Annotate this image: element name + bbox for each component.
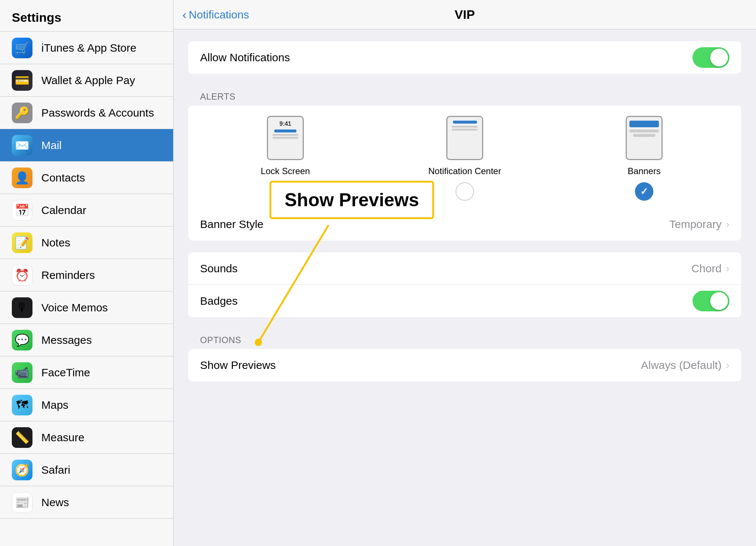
- banners-device-icon: [626, 116, 663, 160]
- contacts-icon: 👤: [12, 167, 32, 188]
- reminders-icon: ⏰: [12, 265, 32, 286]
- wallet-icon: 💳: [12, 70, 32, 91]
- sidebar-item-label-news: News: [41, 496, 69, 509]
- alert-notifcenter: Notification Center: [428, 116, 502, 201]
- sidebar-item-label-contacts: Contacts: [41, 172, 85, 184]
- maps-icon: 🗺: [12, 395, 32, 415]
- alerts-section-header: ALERTS: [188, 86, 741, 106]
- sidebar-item-label-voicememos: Voice Memos: [41, 301, 108, 314]
- passwords-icon: 🔑: [12, 103, 32, 123]
- facetime-icon: 📹: [12, 362, 32, 383]
- sidebar-item-label-safari: Safari: [41, 464, 70, 476]
- nav-back-label[interactable]: Notifications: [189, 8, 249, 21]
- show-previews-chevron-icon: ›: [726, 359, 729, 371]
- sidebar-item-safari[interactable]: 🧭Safari: [0, 454, 173, 486]
- badges-row: Badges: [188, 285, 741, 317]
- sounds-row[interactable]: Sounds Chord ›: [188, 252, 741, 285]
- allow-notifications-card: Allow Notifications: [188, 41, 741, 74]
- sidebar-item-itunes[interactable]: 🛒iTunes & App Store: [0, 32, 173, 64]
- options-card: Show Previews Always (Default) ›: [188, 349, 741, 381]
- mail-icon: ✉️: [12, 135, 32, 156]
- allow-notifications-toggle[interactable]: [693, 47, 729, 68]
- sidebar: Settings 🛒iTunes & App Store💳Wallet & Ap…: [0, 0, 173, 546]
- nav-title: VIP: [455, 7, 475, 22]
- sidebar-item-label-calendar: Calendar: [41, 204, 86, 217]
- sidebar-item-label-wallet: Wallet & Apple Pay: [41, 74, 135, 87]
- chevron-left-icon: ‹: [182, 7, 186, 22]
- calendar-icon: 📅: [12, 200, 32, 221]
- sidebar-item-label-messages: Messages: [41, 334, 92, 346]
- sidebar-item-passwords[interactable]: 🔑Passwords & Accounts: [0, 97, 173, 129]
- lockscreen-radio[interactable]: [276, 182, 295, 201]
- news-icon: 📰: [12, 492, 32, 513]
- sidebar-item-messages[interactable]: 💬Messages: [0, 324, 173, 356]
- settings-content: Allow Notifications ALERTS 9:41 Loc: [173, 30, 756, 405]
- measure-icon: 📏: [12, 427, 32, 448]
- sidebar-item-label-passwords: Passwords & Accounts: [41, 107, 154, 119]
- notes-icon: 📝: [12, 232, 32, 253]
- sidebar-item-label-measure: Measure: [41, 431, 85, 444]
- sidebar-item-label-mail: Mail: [41, 139, 62, 152]
- notifcenter-device-icon: [446, 116, 483, 160]
- chevron-right-icon: ›: [726, 218, 729, 230]
- notifcenter-radio[interactable]: [456, 182, 474, 201]
- sidebar-item-label-itunes: iTunes & App Store: [41, 42, 136, 54]
- options-section-header: OPTIONS: [188, 329, 741, 349]
- toggle-knob: [710, 49, 728, 66]
- lockscreen-label: Lock Screen: [261, 166, 310, 176]
- sidebar-item-wallet[interactable]: 💳Wallet & Apple Pay: [0, 64, 173, 97]
- sidebar-item-maps[interactable]: 🗺Maps: [0, 389, 173, 421]
- sidebar-item-notes[interactable]: 📝Notes: [0, 227, 173, 259]
- sounds-badges-card: Sounds Chord › Badges: [188, 252, 741, 317]
- sidebar-item-news[interactable]: 📰News: [0, 486, 173, 519]
- sidebar-item-calendar[interactable]: 📅Calendar: [0, 194, 173, 227]
- show-previews-label: Show Previews: [200, 359, 641, 372]
- sidebar-item-mail[interactable]: ✉️Mail: [0, 129, 173, 162]
- itunes-icon: 🛒: [12, 38, 32, 58]
- sidebar-item-reminders[interactable]: ⏰Reminders: [0, 259, 173, 291]
- safari-icon: 🧭: [12, 460, 32, 480]
- sidebar-title: Settings: [0, 0, 173, 32]
- alerts-card: 9:41 Lock Screen Notification: [188, 106, 741, 241]
- alert-banners: Banners: [607, 116, 681, 201]
- nav-back-button[interactable]: ‹ Notifications: [182, 7, 249, 22]
- lockscreen-device-icon: 9:41: [267, 116, 304, 160]
- sidebar-item-label-notes: Notes: [41, 236, 70, 249]
- allow-notifications-label: Allow Notifications: [200, 51, 693, 64]
- badges-label: Badges: [200, 295, 693, 307]
- nav-bar: ‹ Notifications VIP: [173, 0, 756, 30]
- show-previews-row[interactable]: Show Previews Always (Default) ›: [188, 349, 741, 381]
- sidebar-item-label-maps: Maps: [41, 399, 68, 411]
- sidebar-item-measure[interactable]: 📏Measure: [0, 421, 173, 454]
- sidebar-item-voicememos[interactable]: 🎙Voice Memos: [0, 291, 173, 324]
- allow-notifications-row: Allow Notifications: [188, 41, 741, 74]
- main-content: ‹ Notifications VIP Allow Notifications …: [173, 0, 756, 546]
- sidebar-item-facetime[interactable]: 📹FaceTime: [0, 356, 173, 389]
- voicememos-icon: 🎙: [12, 297, 32, 318]
- sounds-value: Chord: [691, 262, 722, 275]
- badges-toggle[interactable]: [693, 291, 729, 311]
- show-previews-value: Always (Default): [641, 359, 721, 372]
- banners-label: Banners: [628, 166, 660, 176]
- sidebar-item-contacts[interactable]: 👤Contacts: [0, 162, 173, 194]
- banner-style-label: Banner Style: [200, 218, 669, 231]
- messages-icon: 💬: [12, 330, 32, 350]
- sidebar-item-label-facetime: FaceTime: [41, 366, 90, 379]
- banners-radio[interactable]: [635, 182, 653, 201]
- sidebar-list: 🛒iTunes & App Store💳Wallet & Apple Pay🔑P…: [0, 32, 173, 546]
- alert-lockscreen: 9:41 Lock Screen: [248, 116, 322, 201]
- alerts-row: 9:41 Lock Screen Notification: [188, 106, 741, 208]
- badges-toggle-knob: [710, 292, 728, 310]
- banner-style-row[interactable]: Banner Style Temporary ›: [188, 208, 741, 241]
- banner-style-value: Temporary: [669, 218, 722, 231]
- sounds-chevron-icon: ›: [726, 263, 729, 274]
- sounds-label: Sounds: [200, 262, 691, 275]
- notifcenter-label: Notification Center: [428, 166, 501, 176]
- sidebar-item-label-reminders: Reminders: [41, 269, 95, 281]
